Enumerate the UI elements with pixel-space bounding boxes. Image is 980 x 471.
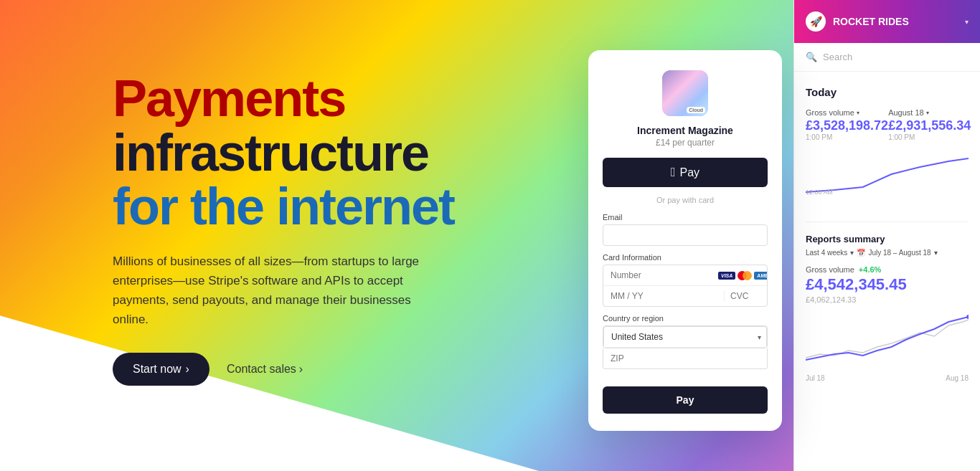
search-icon: 🔍 bbox=[806, 52, 817, 62]
email-label: Email bbox=[603, 213, 768, 222]
gross-volume-value: £3,528,198.72 bbox=[806, 118, 888, 133]
dashboard-panel: 🚀 ROCKET RIDES ▾ 🔍 Search Today Gross vo… bbox=[793, 0, 980, 471]
apple-icon:  bbox=[671, 165, 676, 180]
card-info-label: Card Information bbox=[603, 253, 768, 262]
chart-dates: Jul 18 Aug 18 bbox=[806, 374, 969, 382]
gross-volume-metric: Gross volume ▾ £3,528,198.72 1:00 PM bbox=[806, 108, 888, 144]
gross-volume-label: Gross volume ▾ bbox=[806, 108, 888, 117]
hero-buttons: Start now › Contact sales › bbox=[113, 353, 454, 386]
today-label: Today bbox=[806, 86, 969, 98]
card-number-row: VISA AMEX DISC bbox=[603, 265, 767, 286]
reports-volume-compare: £4,062,124.33 bbox=[806, 295, 969, 304]
compare-time: 1:00 PM bbox=[888, 133, 971, 141]
svg-point-1 bbox=[966, 315, 969, 319]
reports-volume-value: £4,542,345.45 bbox=[806, 275, 969, 294]
zip-input[interactable] bbox=[603, 348, 768, 369]
hero-title-line1: Payments bbox=[113, 72, 454, 126]
cloud-badge: Cloud bbox=[687, 107, 705, 113]
product-image: Cloud bbox=[662, 70, 708, 116]
contact-sales-button[interactable]: Contact sales › bbox=[227, 363, 303, 376]
pay-button[interactable]: Pay bbox=[603, 386, 768, 414]
gross-volume-time: 1:00 PM bbox=[806, 133, 888, 141]
reports-chart bbox=[806, 311, 969, 368]
country-label: Country or region bbox=[603, 314, 768, 323]
search-placeholder: Search bbox=[823, 52, 852, 62]
email-input[interactable] bbox=[603, 224, 768, 246]
company-logo: 🚀 bbox=[806, 11, 826, 32]
hero-title-line2: infrastructure bbox=[113, 126, 454, 181]
apple-pay-button[interactable]:  Pay bbox=[603, 158, 768, 187]
gross-volume-chevron-icon: ▾ bbox=[857, 110, 859, 116]
reports-volume-label: Gross volume bbox=[806, 265, 854, 274]
card-cvc-input[interactable] bbox=[724, 291, 760, 301]
country-select-wrapper: United States United Kingdom Canada Aust… bbox=[603, 325, 768, 348]
company-chevron-icon: ▾ bbox=[965, 18, 969, 26]
country-select[interactable]: United States United Kingdom Canada Aust… bbox=[603, 326, 767, 348]
amex-icon: AMEX bbox=[754, 272, 768, 280]
country-region-wrapper: United States United Kingdom Canada Aust… bbox=[603, 325, 768, 379]
card-icons: VISA AMEX DISC bbox=[718, 271, 768, 280]
product-price: £14 per quarter bbox=[603, 138, 768, 148]
compare-value: £2,931,556.34 bbox=[888, 118, 971, 133]
mastercard-icon bbox=[738, 271, 752, 280]
reports-volume-badge: +4.6% bbox=[859, 265, 882, 274]
today-chart: 12:00 AM bbox=[806, 153, 969, 196]
chart-date-start: Jul 18 bbox=[806, 374, 825, 382]
company-name: ROCKET RIDES bbox=[833, 16, 958, 27]
reports-title: Reports summary bbox=[806, 234, 885, 244]
hero-description: Millions of businesses of all sizes—from… bbox=[113, 252, 421, 330]
divider bbox=[806, 222, 969, 222]
compare-date-label: August 18 ▾ bbox=[888, 108, 971, 117]
compare-metric: August 18 ▾ £2,931,556.34 1:00 PM bbox=[888, 108, 971, 144]
dashboard-body: Today Gross volume ▾ £3,528,198.72 1:00 … bbox=[794, 72, 980, 396]
dashboard-header: 🚀 ROCKET RIDES ▾ bbox=[794, 0, 980, 43]
hero-title-line3: for the internet bbox=[113, 180, 454, 234]
card-number-input[interactable] bbox=[611, 270, 718, 280]
payment-modal: Cloud Increment Magazine £14 per quarter… bbox=[588, 50, 782, 431]
reports-volume: Gross volume +4.6% £4,542,345.45 £4,062,… bbox=[806, 265, 969, 304]
hero-content: Payments infrastructure for the internet… bbox=[113, 72, 454, 386]
metrics-row: Gross volume ▾ £3,528,198.72 1:00 PM Aug… bbox=[806, 108, 969, 144]
product-name: Increment Magazine bbox=[603, 125, 768, 136]
start-now-button[interactable]: Start now › bbox=[113, 353, 209, 386]
compare-date-chevron-icon: ▾ bbox=[926, 110, 929, 116]
search-bar[interactable]: 🔍 Search bbox=[794, 43, 980, 72]
card-expiry-input[interactable] bbox=[611, 291, 724, 301]
card-expiry-row bbox=[603, 286, 767, 306]
chart-date-end: Aug 18 bbox=[946, 374, 969, 382]
visa-icon: VISA bbox=[718, 272, 735, 280]
card-info-container: VISA AMEX DISC bbox=[603, 265, 768, 307]
svg-text:12:00 AM: 12:00 AM bbox=[806, 189, 833, 196]
reports-header: Reports summary bbox=[806, 234, 969, 244]
or-divider: Or pay with card bbox=[603, 196, 768, 204]
reports-period: Last 4 weeks ▾ 📅 July 18 – August 18 ▾ bbox=[806, 249, 969, 257]
